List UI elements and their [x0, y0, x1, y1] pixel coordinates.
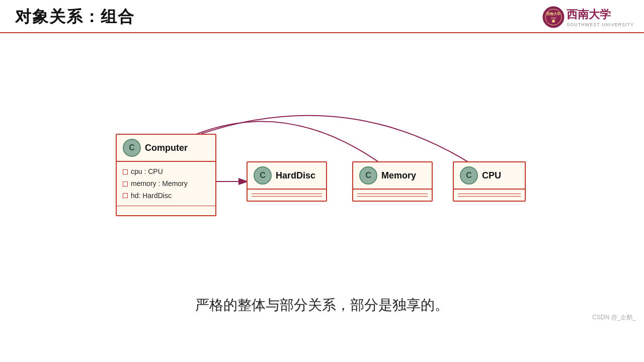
cpu-line1 — [458, 194, 521, 194]
computer-class-footer — [117, 206, 215, 215]
harddisc-class-box: C HardDisc — [247, 161, 327, 202]
svg-text:1906: 1906 — [551, 17, 556, 20]
field-icon-memory — [123, 182, 128, 187]
memory-class-name: Memory — [381, 170, 416, 181]
harddisc-class-header: C HardDisc — [248, 162, 326, 190]
computer-field-memory: memory : Memory — [123, 178, 209, 190]
computer-class-name: Computer — [145, 143, 188, 153]
harddisc-line2 — [252, 196, 322, 197]
university-logo: 西南大学 1906 西南大学 SOUTHWEST UNIVERSITY — [542, 6, 634, 28]
university-en-name: SOUTHWEST UNIVERSITY — [567, 22, 634, 27]
page-header: 对象关系：组合 西南大学 1906 西南大学 SOUTHWEST UNIVERS… — [0, 0, 644, 33]
computer-class-body: cpu : CPU memory : Memory hd: HardDisc — [117, 162, 215, 206]
svg-point-4 — [552, 20, 555, 23]
field-icon-cpu — [123, 169, 128, 174]
memory-line2 — [357, 196, 428, 197]
cpu-line2 — [458, 196, 521, 197]
computer-field-hd: hd: HardDisc — [123, 190, 209, 202]
computer-class-header: C Computer — [117, 135, 215, 162]
memory-line1 — [357, 194, 428, 194]
cpu-class-icon: C — [460, 166, 478, 185]
page-title: 对象关系：组合 — [15, 6, 135, 28]
harddisc-footer-lines — [248, 190, 326, 201]
harddisc-line1 — [252, 194, 322, 194]
watermark-text: CSDN @_企鹅_ — [592, 313, 636, 322]
memory-class-header: C Memory — [353, 162, 432, 190]
svg-text:西南大学: 西南大学 — [546, 12, 560, 16]
university-cn-name: 西南大学 — [567, 7, 634, 22]
cpu-class-name: CPU — [482, 170, 501, 181]
memory-class-icon: C — [359, 166, 377, 185]
cpu-class-box: C CPU — [453, 161, 526, 202]
description-text: 严格的整体与部分关系，部分是独享的。 — [0, 296, 644, 315]
harddisc-class-icon: C — [254, 166, 272, 185]
diagram-area: C Computer cpu : CPU memory : Memory hd:… — [0, 33, 644, 325]
cpu-class-header: C CPU — [454, 162, 525, 190]
memory-footer-lines — [353, 190, 432, 201]
computer-class-box: C Computer cpu : CPU memory : Memory hd:… — [116, 134, 216, 216]
harddisc-class-name: HardDisc — [276, 170, 315, 181]
computer-field-cpu: cpu : CPU — [123, 166, 209, 178]
field-icon-hd — [123, 193, 128, 198]
memory-class-box: C Memory — [352, 161, 433, 202]
cpu-footer-lines — [454, 190, 525, 201]
computer-class-icon: C — [123, 139, 141, 157]
university-seal-icon: 西南大学 1906 — [542, 6, 565, 28]
